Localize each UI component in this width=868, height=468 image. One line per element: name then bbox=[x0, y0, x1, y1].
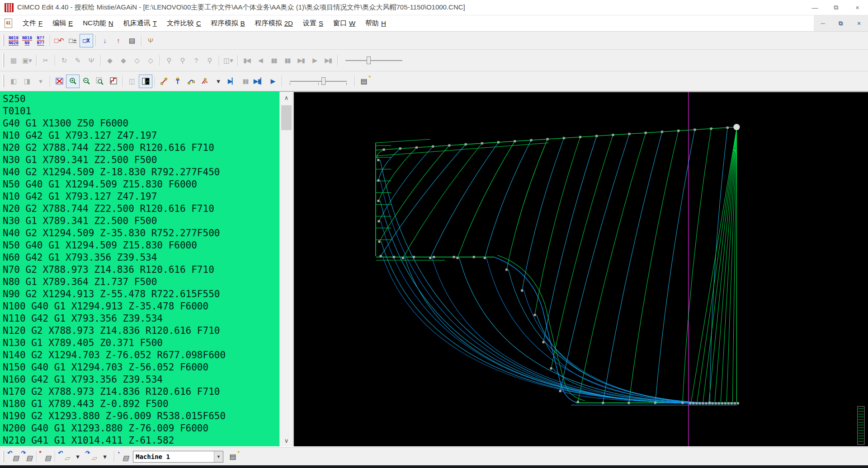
code-line[interactable]: S250 bbox=[3, 93, 279, 105]
file-statistics-button[interactable]: ▤ bbox=[125, 34, 139, 47]
stop-transfer-button[interactable]: *▤ bbox=[39, 450, 52, 463]
playback-pause-button[interactable]: ▮▮ bbox=[281, 54, 294, 67]
measure-tool-2-button[interactable]: ⚲ bbox=[176, 54, 189, 67]
code-line[interactable]: N90 G2 X1294.913 Z-55.478 R722.615F550 bbox=[3, 288, 279, 300]
simulate-to-end-button[interactable]: ▶▏ bbox=[225, 75, 239, 88]
machine-selector[interactable]: Machine 1 ▼ bbox=[133, 451, 223, 463]
plot-window-dropdown-button[interactable]: ▾ bbox=[34, 75, 47, 88]
code-line[interactable]: N160 G42 G1 X793.356 Z39.534 bbox=[3, 374, 279, 386]
playback-step-back-button[interactable]: ◀ bbox=[254, 54, 267, 67]
simulate-play-button[interactable]: ▶ bbox=[266, 75, 279, 88]
code-line[interactable]: N40 G2 X1294.509 Z-35.830 R752.277F500 bbox=[3, 227, 279, 239]
menu-item[interactable]: 机床通讯T bbox=[118, 15, 162, 31]
code-line[interactable]: N20 G2 X788.744 Z22.500 R120.616 F710 bbox=[3, 142, 279, 154]
solid-model-button[interactable]: ◆ bbox=[103, 54, 117, 67]
line-element-button[interactable] bbox=[157, 75, 171, 88]
code-line[interactable]: N130 G1 X789.405 Z0.371 F500 bbox=[3, 337, 279, 349]
zoom-in-button[interactable] bbox=[66, 75, 80, 88]
code-line[interactable]: N80 G1 X789.364 Z1.737 F500 bbox=[3, 276, 279, 288]
code-line[interactable]: N30 G1 X789.341 Z2.500 F500 bbox=[3, 215, 279, 227]
block-undo-button[interactable]: □↶ bbox=[52, 34, 66, 47]
code-line[interactable]: N190 G2 X1293.880 Z-96.009 R538.015F650 bbox=[3, 410, 279, 422]
slider-thumb[interactable] bbox=[367, 56, 371, 64]
split-view-button[interactable]: ◫▾ bbox=[222, 54, 235, 67]
menu-item[interactable]: 设置S bbox=[298, 15, 328, 31]
block-insert-button[interactable]: □± bbox=[66, 34, 80, 47]
edit-path-button[interactable]: ✎ bbox=[71, 54, 85, 67]
code-line[interactable]: N60 G42 G1 X793.356 Z39.534 bbox=[3, 252, 279, 264]
restore-button[interactable]: ⧉ bbox=[826, 0, 847, 15]
mdi-minimize-button[interactable]: ─ bbox=[814, 15, 832, 31]
zoom-window-button[interactable] bbox=[93, 75, 107, 88]
zoom-fit-button[interactable] bbox=[107, 75, 120, 88]
measure-tool-button[interactable]: ⚲ bbox=[162, 54, 176, 67]
send-from-folder-button[interactable]: ↷▱ bbox=[85, 450, 98, 463]
code-line[interactable]: N200 G40 G1 X1293.880 Z-76.009 F6000 bbox=[3, 422, 279, 435]
menu-item[interactable]: 程序模拟2D bbox=[250, 15, 298, 31]
mdi-close-button[interactable]: × bbox=[850, 15, 868, 31]
code-line[interactable]: N110 G42 G1 X793.356 Z39.534 bbox=[3, 313, 279, 325]
wireframe-button[interactable]: ◇ bbox=[130, 54, 144, 67]
backplot-panel[interactable] bbox=[293, 92, 868, 446]
code-line[interactable]: N180 G1 X789.443 Z-0.892 F500 bbox=[3, 398, 279, 410]
wireframe-2-button[interactable]: ◇ bbox=[144, 54, 157, 67]
playback-start-button[interactable]: ▮◀ bbox=[240, 54, 254, 67]
send-folder-dropdown-button[interactable]: ▾ bbox=[98, 450, 112, 463]
menu-item[interactable]: 程序模拟B bbox=[206, 15, 250, 31]
element-tools-dropdown-button[interactable]: ▾ bbox=[212, 75, 225, 88]
receive-folder-dropdown-button[interactable]: ▾ bbox=[71, 450, 85, 463]
code-line[interactable]: N10 G42 G1 X793.127 Z47.197 bbox=[3, 191, 279, 203]
redraw-button[interactable]: ◫ bbox=[125, 75, 139, 88]
toolpath-canvas[interactable] bbox=[294, 92, 868, 446]
point-element-button[interactable] bbox=[171, 75, 184, 88]
menu-item[interactable]: NC功能N bbox=[78, 15, 118, 31]
insert-block-up-button[interactable]: ↑ bbox=[112, 34, 125, 47]
code-line[interactable]: N20 G2 X788.744 Z22.500 R120.616 F710 bbox=[3, 203, 279, 215]
menu-item[interactable]: 窗口W bbox=[328, 15, 360, 31]
cut-button[interactable]: ✂ bbox=[39, 54, 52, 67]
code-line[interactable]: N40 G2 X1294.509 Z-18.830 R792.277F450 bbox=[3, 166, 279, 178]
dnc-monitor-button[interactable]: ◔▤ bbox=[117, 450, 130, 463]
solid-model-2-button[interactable]: ◆ bbox=[117, 54, 130, 67]
receive-to-folder-button[interactable]: ↶▱ bbox=[57, 450, 71, 463]
code-line[interactable]: N50 G40 G1 X1294.509 Z15.830 F6000 bbox=[3, 178, 279, 191]
dnc-settings-button[interactable]: ▤ * bbox=[226, 450, 240, 463]
code-line[interactable]: N170 G2 X788.973 Z14.836 R120.616 F710 bbox=[3, 386, 279, 398]
receive-file-button[interactable]: ↶▤ bbox=[7, 450, 20, 463]
code-line[interactable]: N70 G2 X788.973 Z14.836 R120.616 F710 bbox=[3, 264, 279, 276]
code-line[interactable]: N140 G2 X1294.703 Z-76.052 R677.098F600 bbox=[3, 349, 279, 361]
backplot-window-button[interactable] bbox=[139, 75, 152, 88]
element-tools-button[interactable] bbox=[198, 75, 212, 88]
arc-element-button[interactable] bbox=[184, 75, 198, 88]
code-line[interactable]: N50 G40 G1 X1294.509 Z15.830 F6000 bbox=[3, 239, 279, 252]
scroll-down-button[interactable]: ∨ bbox=[280, 435, 293, 446]
code-line[interactable]: G40 G1 X1300 Z50 F6000 bbox=[3, 117, 279, 130]
code-line[interactable]: N30 G1 X789.341 Z2.500 F500 bbox=[3, 154, 279, 166]
simulation-speed-slider[interactable] bbox=[289, 76, 348, 86]
rotate-view-button[interactable]: ↻ bbox=[57, 54, 71, 67]
pan-view-button[interactable]: Ψ bbox=[85, 54, 98, 67]
simulate-play-pause-button[interactable]: ▶▮▏ bbox=[252, 75, 266, 88]
playback-pause-back-button[interactable]: ▮▮ bbox=[267, 54, 281, 67]
toolbar-grip[interactable] bbox=[2, 53, 4, 67]
mdi-restore-button[interactable]: ⧉ bbox=[832, 15, 850, 31]
editor-scrollbar[interactable]: ∧ ∨ bbox=[279, 92, 293, 446]
simulate-pause-button[interactable]: ▮▮ bbox=[239, 75, 252, 88]
info-point-button[interactable]: ? bbox=[189, 54, 203, 67]
scrollbar-thumb[interactable] bbox=[281, 105, 292, 130]
insert-block-down-button[interactable]: ↓ bbox=[98, 34, 112, 47]
scroll-up-button[interactable]: ∧ bbox=[280, 92, 293, 103]
playback-step-button[interactable]: ▶▮ bbox=[294, 54, 308, 67]
toolbar-grip[interactable] bbox=[2, 451, 4, 462]
info-tool-button[interactable]: ⚲ bbox=[203, 54, 217, 67]
toolbar-grip[interactable] bbox=[2, 35, 4, 46]
machine-selector-dropdown-button[interactable]: ▼ bbox=[214, 451, 223, 462]
toolbar-grip[interactable] bbox=[2, 75, 4, 88]
paste-button[interactable]: ▣▾ bbox=[20, 54, 34, 67]
gcode-editor[interactable]: S250T0101G40 G1 X1300 Z50 F6000N10 G42 G… bbox=[0, 92, 279, 446]
send-file-button[interactable]: ↷▤ bbox=[20, 450, 34, 463]
menu-item[interactable]: 文件比较C bbox=[162, 15, 206, 31]
code-line[interactable]: T0101 bbox=[3, 105, 279, 117]
zoom-out-button[interactable] bbox=[80, 75, 93, 88]
code-line[interactable]: N150 G40 G1 X1294.703 Z-56.052 F6000 bbox=[3, 361, 279, 374]
